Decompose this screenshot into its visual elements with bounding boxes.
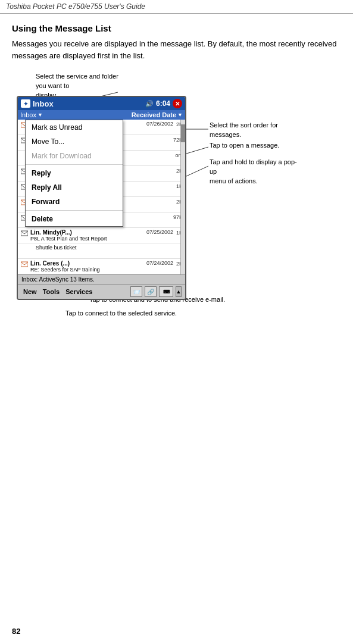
titlebar-left: ✦ Inbox <box>21 99 54 108</box>
msg-type-icon <box>20 261 29 267</box>
callout-tap-open: Tap to open a message. <box>210 141 302 151</box>
date-column[interactable]: Received Date ▼ <box>132 111 183 118</box>
main-content: Using the Message List Messages you rece… <box>0 14 353 324</box>
date-sort-arrow: ▼ <box>177 112 183 118</box>
toolbar-services-button[interactable]: Services <box>64 287 94 296</box>
context-menu: Mark as Unread Move To... Mark for Downl… <box>25 120 123 227</box>
ctx-forward[interactable]: Forward <box>26 195 123 209</box>
msg-sender: Lin. Ceres (...) <box>30 260 70 267</box>
status-bar: Inbox: ActiveSync 13 Items. <box>18 274 185 284</box>
msg-date: 07/24/2002 <box>146 260 173 267</box>
inbox-column[interactable]: Inbox ▼ <box>20 111 132 118</box>
toolbar-icon-group: 📨 🔗 ⌨ ▲ <box>130 286 182 297</box>
table-row[interactable]: Lin. Ceres (...) 07/24/2002 RE: Seeders … <box>18 259 185 274</box>
callout-tap-service: Tap to connect to the selected service. <box>30 308 341 318</box>
msg-date: 07/26/2002 <box>146 121 173 127</box>
time-display: 6:04 <box>156 99 170 108</box>
connect-icon[interactable]: 🔗 <box>145 286 157 297</box>
section-title: Using the Message List <box>12 23 341 33</box>
msg-type-icon <box>20 230 29 236</box>
msg-subject: RE: Seeders for SAP training <box>30 267 173 273</box>
intro-text: Messages you receive are displayed in th… <box>12 38 341 61</box>
ctx-mark-unread[interactable]: Mark as Unread <box>26 120 123 135</box>
ctx-move-to[interactable]: Move To... <box>26 135 123 149</box>
device-container: ✦ Inbox 🔊 6:04 ✕ Inbox ▼ <box>17 96 189 300</box>
ppc-frame: ✦ Inbox 🔊 6:04 ✕ Inbox ▼ <box>17 96 186 300</box>
table-row[interactable]: Shuttle bus ticket <box>18 243 185 259</box>
scrollbar[interactable] <box>180 120 185 274</box>
toolbar-new-button[interactable]: New <box>21 287 39 296</box>
column-header: Inbox ▼ Received Date ▼ <box>18 110 185 120</box>
msg-date: 07/25/2002 <box>146 229 173 236</box>
ctx-mark-download[interactable]: Mark for Download <box>26 149 123 163</box>
ctx-separator-1 <box>26 164 123 165</box>
ppc-titlebar: ✦ Inbox 🔊 6:04 ✕ <box>18 97 185 110</box>
header-title: Toshiba Pocket PC e750/e755 User's Guide <box>6 2 145 11</box>
msg-body: Lin. Ceres (...) 07/24/2002 RE: Seeders … <box>30 260 173 273</box>
msg-body: Shuttle bus ticket <box>36 245 183 251</box>
scroll-up-button[interactable]: ▲ <box>176 286 182 297</box>
ctx-reply-all[interactable]: Reply All <box>26 180 123 195</box>
volume-icon: 🔊 <box>145 100 154 108</box>
message-list: Sun. Bill...(BMCC) 07/26/2002 RE: This..… <box>18 120 185 274</box>
diagram-area: Select the service and folder you want t… <box>12 70 345 290</box>
message-list-wrapper: Sun. Bill...(BMCC) 07/26/2002 RE: This..… <box>18 120 185 274</box>
scrollbar-thumb[interactable] <box>181 124 186 142</box>
table-row[interactable]: Lin. Mindy(P...) 07/25/2002 P8L A Test P… <box>18 228 185 243</box>
msg-sender: Lin. Mindy(P...) <box>30 229 72 236</box>
ctx-reply[interactable]: Reply <box>26 166 123 180</box>
msg-subject: Shuttle bus ticket <box>36 245 183 251</box>
bottom-toolbar: New Tools Services 📨 🔗 ⌨ ▲ <box>18 284 185 299</box>
callout-tap-hold: Tap and hold to display a pop-up menu of… <box>210 158 302 186</box>
callout-select-sort: Select the sort order for messages. <box>210 121 302 140</box>
keyboard-icon[interactable]: ⌨ <box>159 286 173 297</box>
toolbar-tools-button[interactable]: Tools <box>41 287 62 296</box>
msg-body: Lin. Mindy(P...) 07/25/2002 P8L A Test P… <box>30 229 173 242</box>
ctx-delete[interactable]: Delete <box>26 212 123 226</box>
msg-subject: P8L A Test Plan and Test Report <box>30 236 173 242</box>
titlebar-right-icons: 🔊 6:04 ✕ <box>145 99 182 108</box>
send-receive-icon[interactable]: 📨 <box>130 286 142 297</box>
inbox-sort-arrow: ▼ <box>38 112 43 118</box>
page-header: Toshiba Pocket PC e750/e755 User's Guide <box>0 0 353 14</box>
windows-mobile-logo: ✦ <box>21 99 30 108</box>
page-number: 82 <box>12 627 20 636</box>
close-button[interactable]: ✕ <box>173 99 182 108</box>
ctx-separator-2 <box>26 210 123 211</box>
inbox-title: Inbox <box>33 99 54 108</box>
